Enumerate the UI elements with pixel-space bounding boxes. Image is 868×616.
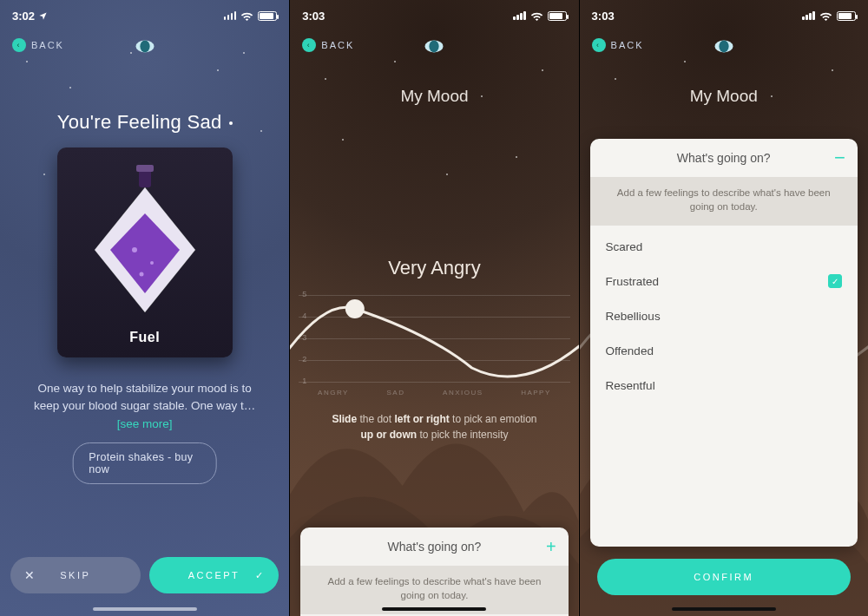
back-button[interactable]: ‹ BACK — [592, 38, 644, 52]
svg-point-10 — [719, 40, 728, 52]
svg-point-6 — [139, 272, 143, 277]
slider-hint: Slide the dot left or right to pick an e… — [316, 411, 552, 442]
panel-header[interactable]: What's going on? − — [590, 139, 858, 177]
app-logo-icon — [422, 33, 446, 57]
back-button[interactable]: ‹ BACK — [302, 38, 354, 52]
back-label: BACK — [611, 40, 644, 50]
signal-icon — [224, 11, 237, 20]
feeling-option[interactable]: Rebellious — [590, 298, 858, 333]
back-label: BACK — [321, 40, 354, 50]
wifi-icon — [819, 11, 832, 21]
home-indicator[interactable] — [93, 607, 197, 611]
action-row: ✕ SKIP ACCEPT ✓ — [10, 557, 279, 593]
svg-point-1 — [140, 40, 149, 52]
feeling-option[interactable]: Scared — [590, 229, 858, 264]
back-chevron-icon: ‹ — [592, 38, 606, 52]
page-title: You're Feeling Sad — [0, 111, 289, 134]
battery-icon — [258, 11, 277, 21]
panel-subtitle: Add a few feelings to describe what's ha… — [590, 177, 858, 226]
panel-header[interactable]: What's going on? + — [300, 528, 568, 566]
skip-button[interactable]: ✕ SKIP — [10, 557, 141, 593]
slider-knob[interactable] — [345, 299, 365, 318]
page-title: My Mood — [580, 87, 868, 106]
feelings-panel-collapsed[interactable]: What's going on? + Add a few feelings to… — [300, 528, 568, 616]
battery-icon — [548, 11, 567, 21]
suggestion-card[interactable]: Fuel — [57, 147, 233, 357]
battery-icon — [837, 11, 856, 21]
location-icon — [38, 11, 48, 21]
back-label: BACK — [31, 40, 64, 50]
checkbox-checked-icon: ✓ — [828, 274, 842, 288]
app-logo-icon — [712, 33, 736, 57]
mood-curve[interactable] — [290, 290, 578, 403]
app-logo-icon — [133, 33, 157, 57]
check-icon: ✓ — [255, 570, 266, 581]
promo-pill[interactable]: Protein shakes - buy now — [72, 442, 217, 484]
home-indicator[interactable] — [672, 607, 776, 611]
clock: 3:03 — [302, 10, 325, 23]
feeling-option[interactable]: Resentful — [590, 368, 858, 403]
feeling-option[interactable]: Frustrated✓ — [590, 264, 858, 298]
signal-icon — [802, 11, 815, 20]
suggestion-description: One way to help stabilize your mood is t… — [16, 380, 273, 433]
feelings-list: Scared Frustrated✓ Rebellious Offended R… — [590, 226, 858, 547]
screen-mood-slider: 3:03 ‹ BACK My Mood Very Angry 5 4 3 2 1… — [289, 0, 578, 616]
home-indicator[interactable] — [382, 607, 486, 611]
potion-flask-icon — [84, 163, 206, 319]
status-bar: 3:02 — [0, 5, 289, 26]
feeling-option[interactable]: Offended — [590, 333, 858, 368]
accept-button[interactable]: ACCEPT ✓ — [149, 557, 279, 593]
back-chevron-icon: ‹ — [302, 38, 316, 52]
svg-point-8 — [430, 40, 439, 52]
current-emotion: Very Angry — [290, 257, 578, 279]
screen-feeling-sad: 3:02 ‹ BACK You're Feeling Sad Fuel — [0, 0, 289, 616]
expand-icon[interactable]: + — [546, 537, 556, 557]
close-icon: ✕ — [24, 568, 37, 582]
screen-feelings-picker: 3:03 ‹ BACK My Mood Very Angry Slide the… — [579, 0, 868, 616]
feelings-panel-expanded: What's going on? − Add a few feelings to… — [590, 139, 858, 547]
see-more-link[interactable]: [see more] — [16, 416, 273, 433]
wifi-icon — [530, 11, 543, 21]
svg-rect-3 — [136, 165, 154, 172]
status-bar: 3:03 — [290, 5, 578, 26]
status-bar: 3:03 — [580, 5, 868, 26]
svg-point-4 — [132, 247, 137, 252]
confirm-button[interactable]: CONFIRM — [597, 559, 851, 595]
card-label: Fuel — [129, 330, 160, 345]
back-button[interactable]: ‹ BACK — [12, 38, 64, 52]
clock: 3:03 — [592, 10, 615, 23]
back-chevron-icon: ‹ — [12, 38, 26, 52]
clock: 3:02 — [12, 10, 35, 23]
page-title: My Mood — [290, 87, 578, 106]
collapse-icon[interactable]: − — [834, 147, 845, 169]
svg-point-5 — [150, 261, 154, 265]
wifi-icon — [240, 11, 253, 21]
signal-icon — [513, 11, 526, 20]
